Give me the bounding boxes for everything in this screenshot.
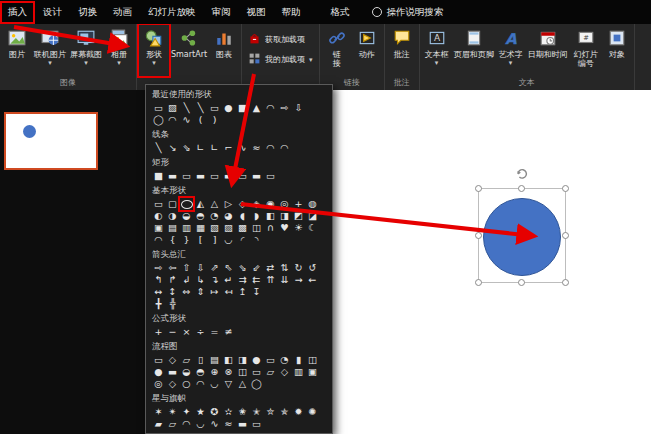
shape-glyph[interactable]: ◓ (194, 366, 207, 378)
shape-glyph[interactable]: ■ (236, 102, 249, 114)
menu-tab-动画[interactable]: 动画 (105, 1, 140, 24)
shape-glyph[interactable]: ▽ (222, 378, 235, 390)
menu-tab-幻灯片放映[interactable]: 幻灯片放映 (140, 1, 204, 24)
shape-glyph[interactable]: ◍ (306, 198, 319, 210)
shape-glyph[interactable]: → (292, 274, 305, 286)
shape-glyph[interactable]: ✮ (264, 406, 277, 418)
shape-glyph[interactable]: ∿ (180, 114, 193, 126)
shape-glyph[interactable]: ▤ (166, 222, 179, 234)
shape-glyph[interactable]: ⇘ (236, 262, 249, 274)
shape-glyph[interactable]: ⇩ (194, 262, 207, 274)
shape-glyph[interactable]: ▱ (166, 418, 179, 430)
menu-tab-帮助[interactable]: 帮助 (274, 1, 309, 24)
oval-shape-glyph[interactable] (180, 198, 193, 210)
ribbon-button-photo-album[interactable]: 相册▾ (104, 25, 134, 76)
shape-glyph[interactable]: ▭ (236, 170, 249, 182)
shape-glyph[interactable]: ◒ (180, 210, 193, 222)
shape-glyph[interactable]: ◓ (194, 210, 207, 222)
shape-glyph[interactable]: ▯ (194, 354, 207, 366)
ribbon-button-wordart[interactable]: A艺术字▾ (496, 25, 526, 76)
resize-handle-top-left[interactable] (475, 185, 482, 192)
shape-glyph[interactable]: ○ (180, 378, 193, 390)
shape-glyph[interactable]: ▣ (306, 366, 319, 378)
shape-glyph[interactable]: ◉ (264, 198, 277, 210)
shape-glyph[interactable]: ↺ (306, 262, 319, 274)
shape-glyph[interactable]: ◔ (208, 210, 221, 222)
shape-glyph[interactable]: ∿ (208, 418, 221, 430)
ribbon-button-object[interactable]: 对象 (602, 25, 632, 76)
shape-glyph[interactable]: ↱ (166, 274, 179, 286)
shape-glyph[interactable]: ◯ (250, 378, 263, 390)
shape-glyph[interactable]: ▭ (180, 170, 193, 182)
shape-glyph[interactable]: ) (208, 114, 221, 126)
shape-glyph[interactable]: ☾ (306, 222, 319, 234)
shape-glyph[interactable]: ■ (152, 170, 165, 182)
shape-glyph[interactable]: ⇅ (278, 262, 291, 274)
shape-glyph[interactable]: ◪ (306, 210, 319, 222)
shape-glyph[interactable]: ☀ (292, 222, 305, 234)
shape-glyph[interactable]: ◑ (166, 210, 179, 222)
shape-glyph[interactable]: ▦ (194, 222, 207, 234)
shape-glyph[interactable]: ╲ (180, 102, 193, 114)
shape-glyph[interactable]: + (292, 198, 305, 210)
shape-glyph[interactable]: ⇖ (222, 262, 235, 274)
shape-glyph[interactable]: ✺ (306, 406, 319, 418)
shape-glyph[interactable]: ✶ (152, 406, 165, 418)
shape-glyph[interactable]: ◭ (194, 198, 207, 210)
shape-glyph[interactable]: ◫ (250, 222, 263, 234)
shape-glyph[interactable]: ◠ (278, 142, 291, 154)
shape-glyph[interactable]: ⇩ (292, 102, 305, 114)
shape-glyph[interactable]: ◝ (250, 234, 263, 246)
shape-glyph[interactable]: ▬ (166, 170, 179, 182)
shape-glyph[interactable]: ▭ (264, 170, 277, 182)
ribbon-button-textbox[interactable]: A文本框▾ (422, 25, 452, 76)
shape-glyph[interactable]: ◠ (264, 102, 277, 114)
shape-glyph[interactable]: ◩ (292, 210, 305, 222)
shape-glyph[interactable]: ✹ (292, 406, 305, 418)
shape-glyph[interactable]: ◡ (222, 234, 235, 246)
shape-glyph[interactable]: ╬ (166, 298, 179, 310)
shape-glyph[interactable]: ↔ (152, 286, 165, 298)
shape-glyph[interactable]: ▤ (208, 354, 221, 366)
shape-glyph[interactable]: ⇉ (236, 274, 249, 286)
shape-glyph[interactable]: ▢ (166, 198, 179, 210)
shape-glyph[interactable]: ✪ (208, 406, 221, 418)
shape-glyph[interactable]: ◡ (208, 378, 221, 390)
shape-glyph[interactable]: ⇈ (264, 274, 277, 286)
shape-glyph[interactable]: ◠ (194, 378, 207, 390)
shape-glyph[interactable]: ↰ (152, 274, 165, 286)
shape-glyph[interactable]: ▲ (250, 102, 263, 114)
shape-glyph[interactable]: ▭ (152, 198, 165, 210)
ribbon-button-online-pictures[interactable]: 联机图片▾ (32, 25, 68, 76)
resize-handle-bottom-middle[interactable] (518, 279, 525, 286)
shape-glyph[interactable]: ↕ (166, 286, 179, 298)
shape-glyph[interactable]: ⇧ (180, 262, 193, 274)
shape-glyph[interactable]: ⇦ (166, 262, 179, 274)
shape-glyph[interactable]: △ (236, 378, 249, 390)
shape-glyph[interactable]: ▭ (152, 354, 165, 366)
oval-shape[interactable] (483, 198, 561, 276)
ribbon-button-smartart[interactable]: SmartArt (169, 25, 209, 76)
menu-tab-插入[interactable]: 插入 (0, 1, 35, 24)
shape-glyph[interactable]: ◎ (278, 198, 291, 210)
shape-glyph[interactable]: ◠ (166, 114, 179, 126)
shape-glyph[interactable]: ● (250, 354, 263, 366)
shape-glyph[interactable]: ≠ (222, 326, 235, 338)
shape-glyph[interactable]: ⇗ (208, 262, 221, 274)
shape-glyph[interactable]: ↵ (222, 274, 235, 286)
shape-glyph[interactable]: ◎ (152, 378, 165, 390)
shape-glyph[interactable]: ✭ (250, 406, 263, 418)
slide-thumbnail[interactable] (4, 112, 98, 170)
shape-glyph[interactable]: ★ (194, 406, 207, 418)
ribbon-button-my-addins[interactable]: 我的加载项▾ (244, 51, 317, 68)
shape-glyph[interactable]: ↥ (236, 286, 249, 298)
shape-glyph[interactable]: ▮ (292, 354, 305, 366)
shape-glyph[interactable]: ◈ (250, 198, 263, 210)
shape-glyph[interactable]: ◫ (236, 366, 249, 378)
shape-glyph[interactable]: ⇙ (250, 262, 263, 274)
shape-glyph[interactable]: △ (208, 198, 221, 210)
shape-glyph[interactable]: ◕ (222, 210, 235, 222)
ribbon-button-header-footer[interactable]: 页眉和页脚 (452, 25, 496, 76)
shape-glyph[interactable]: ↘ (166, 142, 179, 154)
shape-glyph[interactable]: ▱ (180, 354, 193, 366)
